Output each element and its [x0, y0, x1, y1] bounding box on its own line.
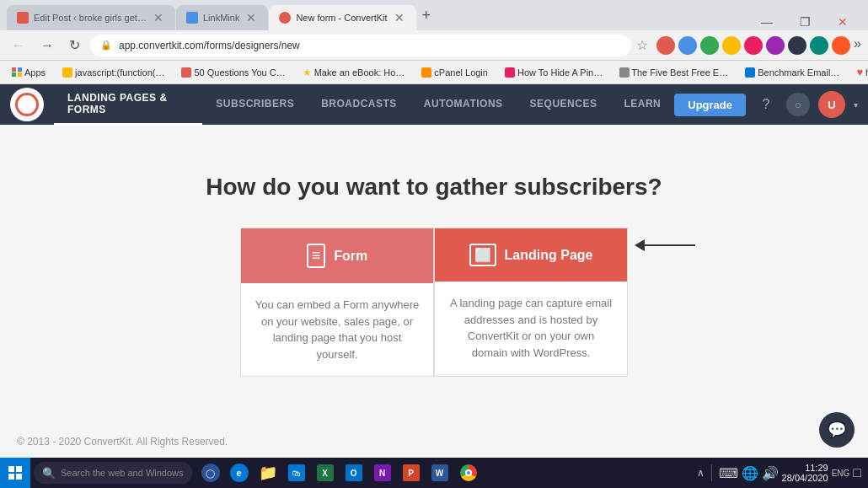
tab-3[interactable]: New form - ConvertKit ✕: [269, 5, 415, 30]
taskbar-icon-ie[interactable]: e: [226, 458, 253, 488]
form-button[interactable]: ≡ Form: [241, 228, 433, 283]
search-button[interactable]: ○: [786, 93, 810, 116]
ext-icon-2[interactable]: [678, 36, 697, 55]
ie-icon: e: [230, 464, 249, 482]
bookmark-ebook[interactable]: ★ Make an eBook: Ho…: [297, 65, 410, 80]
form-label: Form: [334, 249, 367, 264]
ext-icon-9[interactable]: [832, 36, 850, 55]
extensions-overflow[interactable]: »: [854, 36, 861, 55]
tabs-bar: Edit Post ‹ broke girls get fixed — ✕ Li…: [0, 0, 868, 30]
tab-1[interactable]: Edit Post ‹ broke girls get fixed — ✕: [7, 5, 175, 30]
address-bar: ← → ↻ 🔒 app.convertkit.com/forms/designe…: [0, 30, 868, 61]
upgrade-button[interactable]: Upgrade: [674, 94, 746, 116]
maximize-button[interactable]: ❐: [793, 13, 817, 30]
bookmark-pin[interactable]: How To Hide A Pin…: [500, 66, 608, 79]
bookmark-apps[interactable]: Apps: [7, 66, 51, 79]
refresh-button[interactable]: ↻: [64, 34, 85, 56]
close-button[interactable]: ✕: [831, 13, 855, 30]
bookmark-benchmark[interactable]: Benchmark Email…: [740, 66, 844, 79]
bookmark-js[interactable]: javascript:(function(…: [57, 66, 169, 79]
forward-button[interactable]: →: [35, 35, 59, 56]
new-tab-button[interactable]: +: [417, 7, 437, 24]
nav-landing-pages[interactable]: LANDING PAGES & FORMS: [54, 84, 202, 125]
tab-close-3[interactable]: ✕: [393, 11, 406, 24]
volume-icon[interactable]: 🔊: [762, 465, 779, 481]
form-option-card[interactable]: ≡ Form You can embed a Form anywhere on …: [240, 228, 434, 377]
taskbar-icon-word[interactable]: W: [426, 458, 453, 488]
taskbar-icon-onenote[interactable]: N: [369, 458, 396, 488]
store-icon: 🛍: [288, 464, 305, 481]
taskbar-search-area[interactable]: 🔍 Search the web and Windows: [34, 462, 192, 484]
bookmark-tef[interactable]: ♥ https://tefconnect.c…: [851, 64, 868, 80]
taskbar: 🔍 Search the web and Windows ◯ e 📁 🛍 X: [0, 458, 868, 488]
arrow-annotation: [635, 239, 695, 251]
taskbar-icon-powerpoint[interactable]: P: [398, 458, 425, 488]
powerpoint-icon: P: [403, 464, 420, 481]
bookmark-five-best[interactable]: The Five Best Free E…: [614, 66, 733, 79]
address-input[interactable]: 🔒 app.convertkit.com/forms/designers/new: [90, 35, 631, 56]
taskbar-icon-store[interactable]: 🛍: [283, 458, 310, 488]
bookmark-cpanel[interactable]: cPanel Login: [416, 66, 493, 79]
bookmark-label-benchmark: Benchmark Email…: [758, 67, 839, 78]
keyboard-icon[interactable]: ⌨: [719, 465, 738, 481]
chat-icon: 💬: [828, 421, 846, 439]
arrow-head: [635, 239, 645, 251]
taskbar-icon-outlook[interactable]: O: [340, 458, 367, 488]
ext-icon-8[interactable]: [810, 36, 828, 55]
taskbar-icon-excel[interactable]: X: [312, 458, 339, 488]
ext-icon-6[interactable]: [766, 36, 785, 55]
form-icon: ≡: [307, 244, 326, 268]
taskbar-icon-chrome[interactable]: [455, 458, 482, 488]
arrow-line: [645, 244, 695, 246]
svg-rect-0: [8, 466, 14, 472]
taskbar-separator: [711, 464, 712, 481]
ext-icon-4[interactable]: [722, 36, 741, 55]
tab-close-1[interactable]: ✕: [152, 11, 165, 24]
ext-icon-3[interactable]: [700, 36, 719, 55]
taskbar-time-display[interactable]: 11:29 28/04/2020: [782, 463, 828, 483]
help-button[interactable]: ?: [754, 93, 778, 116]
taskbar-search-icon: 🔍: [42, 467, 56, 480]
lang-indicator: ENG: [832, 469, 850, 478]
taskbar-chevron-up[interactable]: ∧: [697, 467, 705, 479]
svg-rect-1: [16, 466, 22, 472]
network-icon[interactable]: 🌐: [742, 465, 758, 481]
excel-icon: X: [317, 464, 334, 481]
nav-automations[interactable]: AUTOMATIONS: [410, 84, 517, 125]
nav-broadcasts[interactable]: BROADCASTS: [308, 84, 410, 125]
nav-links: LANDING PAGES & FORMS SUBSCRIBERS BROADC…: [54, 84, 674, 125]
bookmark-icon-benchmark: [745, 67, 755, 78]
tab-close-2[interactable]: ✕: [244, 11, 258, 24]
folder-icon: 📁: [259, 464, 277, 482]
nav-subscribers[interactable]: SUBSCRIBERS: [202, 84, 308, 125]
search-icon: ○: [795, 99, 801, 111]
bookmark-icon-five: [619, 67, 630, 78]
back-button[interactable]: ←: [7, 35, 30, 56]
chat-widget[interactable]: 💬: [819, 412, 855, 448]
landing-page-option-card[interactable]: ⬜ Landing Page A landing page can captur…: [434, 228, 628, 377]
landing-page-button[interactable]: ⬜ Landing Page: [435, 228, 627, 282]
taskbar-icon-folder[interactable]: 📁: [255, 458, 281, 488]
footer-text: © 2013 - 2020 ConvertKit. All Rights Res…: [17, 436, 228, 448]
taskbar-icon-cortana[interactable]: ◯: [197, 458, 224, 488]
avatar[interactable]: U: [818, 91, 845, 118]
bookmark-icon-js: [62, 67, 72, 78]
bookmark-label-50q: 50 Questions You C…: [194, 67, 285, 78]
ext-icon-7[interactable]: [788, 36, 806, 55]
nav-sequences[interactable]: SEQUENCES: [517, 84, 611, 125]
bookmark-50q[interactable]: 50 Questions You C…: [176, 66, 290, 79]
minimize-button[interactable]: —: [754, 13, 780, 30]
account-dropdown-chevron[interactable]: ▾: [854, 100, 858, 110]
start-button[interactable]: [0, 458, 30, 488]
tab-2[interactable]: LinkMink ✕: [176, 5, 268, 30]
bookmark-button[interactable]: ☆: [636, 37, 648, 53]
nav-learn[interactable]: LEARN: [610, 84, 674, 125]
taskbar-time: 11:29: [782, 463, 828, 473]
address-text: app.convertkit.com/forms/designers/new: [119, 40, 300, 51]
chrome-icon: [460, 464, 477, 481]
bookmark-label-ebook: Make an eBook: Ho…: [314, 67, 405, 78]
bookmark-label-js: javascript:(function(…: [75, 67, 164, 78]
ext-icon-1[interactable]: [656, 36, 675, 55]
ext-icon-5[interactable]: [744, 36, 763, 55]
notifications-icon[interactable]: □: [853, 465, 861, 480]
